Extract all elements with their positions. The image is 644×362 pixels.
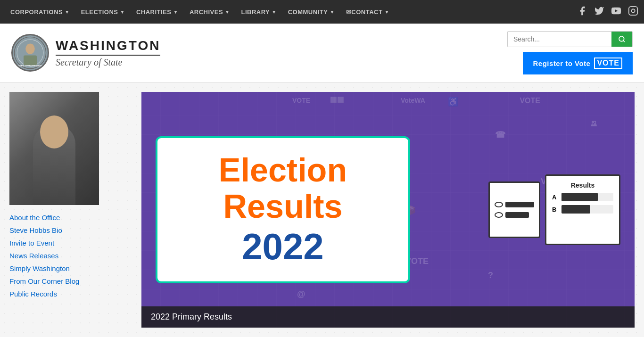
ballot-row-2 [495,212,534,218]
facebook-icon[interactable] [577,6,587,18]
header-right: Register to Vote VOTE [507,31,633,74]
caret-icon: ▼ [330,9,334,15]
pattern-vote-4: VOTE [520,97,540,105]
hero-title-line2: Results [176,189,389,225]
caret-icon: ▼ [173,9,178,15]
results-chart: Results A B [545,174,620,245]
pattern-icon-11: ♿ [448,97,458,107]
chart-label-b: B [552,206,559,213]
sidebar-link-simply[interactable]: Simply Washington [9,263,132,273]
youtube-icon[interactable] [611,6,621,18]
hero-caption-text: 2022 Primary Results [151,312,232,321]
sidebar-link-news[interactable]: News Releases [9,251,132,261]
ballot-row-1 [495,202,534,207]
pattern-vote-1: VOTE [292,97,310,104]
org-subtitle: Secretary of State [56,57,160,68]
sidebar-link-records[interactable]: Public Records [9,289,132,299]
sidebar-link-blog[interactable]: From Our Corner Blog [9,276,132,286]
social-links [577,6,638,18]
svg-rect-1 [629,6,637,15]
logo-area: STATE OF WASHINGTON WASHINGTON Secretary… [11,34,160,72]
site-header: STATE OF WASHINGTON WASHINGTON Secretary… [0,24,644,82]
caret-icon: ▼ [120,9,125,15]
ballot-line-short [505,212,529,218]
svg-point-8 [619,36,624,41]
sidebar-link-bio[interactable]: Steve Hobbs Bio [9,225,132,235]
search-button[interactable] [611,32,632,47]
search-bar [507,31,633,47]
nav-corporations[interactable]: CORPORATIONS ▼ [6,0,74,24]
caret-icon: ▼ [225,9,230,15]
svg-text:STATE OF WASHINGTON: STATE OF WASHINGTON [18,65,42,67]
svg-line-9 [623,41,625,42]
hero-banner[interactable]: VOTE ⬜⬜ VoteWA VOTE 🗳 語 VOTE 📦 ? @ ♿ ☎ V… [141,92,635,328]
top-navigation: CORPORATIONS ▼ ELECTIONS ▼ CHARITIES ▼ A… [0,0,644,24]
nav-charities[interactable]: CHARITIES ▼ [132,0,183,24]
hero-caption: 2022 Primary Results [141,306,635,328]
nav-links: CORPORATIONS ▼ ELECTIONS ▼ CHARITIES ▼ A… [6,0,394,24]
chart-row-a: A [552,193,613,201]
nav-archives[interactable]: ARCHIVES ▼ [185,0,235,24]
main-content: About the Office Steve Hobbs Bio Invite … [0,82,644,337]
chart-bar-fill-b [561,205,590,214]
pattern-icon-12: ☎ [495,130,505,140]
chart-title: Results [552,181,613,189]
vote-badge: VOTE [594,58,622,69]
sidebar-links: About the Office Steve Hobbs Bio Invite … [9,213,132,299]
ballot-oval [495,212,503,218]
hero-title-line1: Election [176,152,389,189]
nav-contact[interactable]: ✉ CONTACT ▼ [341,0,394,24]
election-results-card: Election Results 2022 [156,136,410,283]
chart-row-b: B [552,205,613,214]
hero-area: VOTE ⬜⬜ VoteWA VOTE 🗳 語 VOTE 📦 ? @ ♿ ☎ V… [141,92,635,328]
ballot-icon [488,181,540,238]
chart-bar-bg-a [561,193,613,201]
instagram-icon[interactable] [628,6,638,18]
secretary-photo [9,92,99,205]
pattern-votewa-3: VoteWA [401,97,425,104]
org-title: WASHINGTON [56,38,160,53]
svg-rect-6 [24,56,37,66]
ballot-oval [495,202,503,207]
sidebar-link-about[interactable]: About the Office [9,213,132,222]
caret-icon: ▼ [65,9,69,15]
pattern-icon-5: 🗳 [591,120,597,127]
caret-icon: ▼ [384,9,389,15]
register-to-vote-button[interactable]: Register to Vote VOTE [523,52,633,74]
caret-icon: ▼ [272,9,276,15]
nav-elections[interactable]: ELECTIONS ▼ [76,0,130,24]
register-label: Register to Vote [533,59,591,67]
nav-library[interactable]: LIBRARY ▼ [237,0,281,24]
pattern-icon-9: ? [488,271,493,280]
hero-year: 2022 [176,227,389,267]
pattern-icon-10: @ [297,289,305,299]
ballot-line [505,202,534,207]
chart-bar-fill-a [561,193,598,201]
sidebar: About the Office Steve Hobbs Bio Invite … [0,92,141,328]
search-input[interactable] [508,32,611,47]
nav-community[interactable]: COMMUNITY ▼ [283,0,339,24]
logo-text: WASHINGTON Secretary of State [56,38,160,68]
chart-bar-bg-b [561,205,613,214]
twitter-icon[interactable] [594,6,604,18]
pattern-icon-2: ⬜⬜ [330,97,344,103]
svg-point-5 [25,43,35,54]
results-graphic: Results A B [488,174,620,245]
sidebar-link-invite[interactable]: Invite to Event [9,238,132,248]
chart-label-a: A [552,194,559,201]
state-seal: STATE OF WASHINGTON [11,34,49,72]
